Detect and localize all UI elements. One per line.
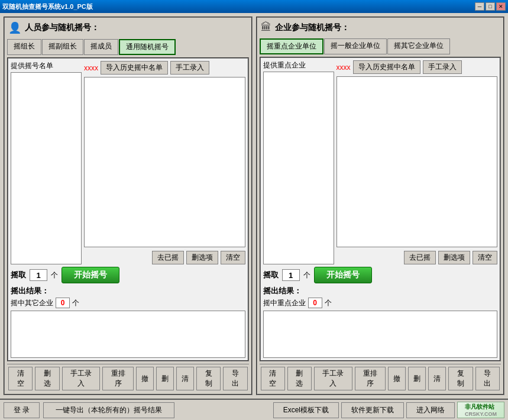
close-button[interactable]: ✕ (496, 2, 506, 11)
people-bottom-copy-btn[interactable]: 复制 (196, 367, 221, 390)
people-panel-title: 人员参与随机摇号： (25, 22, 99, 33)
enterprise-extract-label: 摇取 (263, 270, 279, 280)
excel-download-button[interactable]: Excel模板下载 (273, 402, 339, 418)
people-xxxx-label: xxxx (84, 64, 98, 72)
people-tabs: 摇组长 摇副组长 摇成员 通用随机摇号 (7, 39, 249, 55)
tab-key-enterprise[interactable]: 摇重点企业单位 (260, 38, 323, 54)
people-extract-label: 摇取 (11, 270, 26, 280)
enterprise-bottom-reorder-btn[interactable]: 重排序 (355, 367, 386, 390)
people-bottom-clear2-btn[interactable]: 清 (176, 367, 194, 390)
people-delete-selection-btn[interactable]: 删选项 (186, 251, 218, 264)
people-right-list[interactable] (84, 77, 245, 247)
enterprise-right-list[interactable] (336, 76, 498, 247)
tab-deputy-leader[interactable]: 摇副组长 (42, 39, 83, 55)
tab-general-enterprise[interactable]: 摇一般企业单位 (324, 38, 387, 54)
enterprise-controls-row: 摇取 个 开始摇号 (263, 267, 498, 283)
people-result-section: 摇出结果： 摇中其它企业 0 个 (11, 286, 245, 358)
people-import-history-btn[interactable]: 导入历史摇中名单 (101, 61, 168, 75)
people-result-label: 摇中其它企业 (11, 298, 53, 308)
footer-right: Excel模板下载 软件更新下载 进入网络 非凡软件站 CRSKY.COM (273, 402, 504, 418)
people-bottom-undo-btn[interactable]: 撤 (136, 367, 154, 390)
people-list-label: 提供摇号名单 (11, 61, 82, 71)
people-goto-shaken-btn[interactable]: 去已摇 (152, 251, 184, 264)
enterprise-result-title: 摇出结果： (263, 286, 302, 295)
people-panel: 👤 人员参与随机摇号： 摇组长 摇副组长 摇成员 通用随机摇号 提供摇号名单 (4, 17, 253, 395)
enterprise-right-section: xxxx 导入历史摇中名单 手工录入 去已摇 删选项 清空 (336, 60, 498, 264)
people-bottom-manual-btn[interactable]: 手工录入 (62, 367, 101, 390)
people-bottom-clear-btn[interactable]: 清空 (8, 367, 33, 390)
network-button[interactable]: 进入网络 (406, 402, 455, 418)
enterprise-xxxx-label: xxxx (336, 63, 351, 72)
people-bottom-filter-btn[interactable]: 删选 (35, 367, 59, 390)
enterprise-delete-selection-btn[interactable]: 删选项 (438, 251, 470, 264)
enterprise-bottom-export-btn[interactable]: 导出 (475, 367, 500, 390)
enterprise-bottom-delete-btn[interactable]: 删 (408, 367, 426, 390)
enterprise-result-section: 摇出结果： 摇中重点企业 0 个 (263, 286, 498, 358)
enterprise-bottom-clear2-btn[interactable]: 清 (428, 367, 446, 390)
people-right-top-row: xxxx 导入历史摇中名单 手工录入 (84, 61, 245, 75)
people-bottom-export-btn[interactable]: 导出 (223, 367, 247, 390)
people-left-section: 提供摇号名单 (11, 61, 82, 264)
enterprise-inner-top: 提供重点企业 xxxx 导入历史摇中名单 手工录入 去已摇 删选 (263, 60, 498, 264)
tab-general-random[interactable]: 通用随机摇号 (119, 39, 176, 55)
footer: 登 录 一键导出（本轮所有的）摇号结果 Excel模板下载 软件更新下载 进入网… (0, 399, 508, 420)
update-download-button[interactable]: 软件更新下载 (341, 402, 404, 418)
person-icon: 👤 (8, 21, 21, 34)
enterprise-extract-unit: 个 (303, 270, 310, 280)
enterprise-bottom-copy-btn[interactable]: 复制 (448, 367, 473, 390)
login-button[interactable]: 登 录 (4, 402, 40, 418)
maximize-button[interactable]: □ (486, 2, 495, 11)
enterprise-import-history-btn[interactable]: 导入历史摇中名单 (353, 60, 420, 74)
enterprise-bottom-manual-btn[interactable]: 手工录入 (314, 367, 352, 390)
enterprise-panel-title: 企业参与随机摇号： (275, 22, 350, 33)
logo-area: 非凡软件站 CRSKY.COM (457, 402, 504, 418)
tab-group-leader[interactable]: 摇组长 (7, 39, 41, 55)
enterprise-tabs: 摇重点企业单位 摇一般企业单位 摇其它企业单位 (260, 38, 501, 54)
enterprise-name-list[interactable] (263, 72, 334, 264)
people-name-list[interactable] (11, 72, 82, 264)
people-result-list[interactable] (11, 311, 245, 358)
enterprise-panel-header: 🏛 企业参与随机摇号： (260, 20, 501, 35)
building-icon: 🏛 (261, 21, 271, 34)
enterprise-extract-count[interactable] (282, 269, 300, 281)
enterprise-bottom-undo-btn[interactable]: 撤 (388, 367, 406, 390)
enterprise-result-count: 0 (308, 298, 322, 308)
logo-sub: CRSKY.COM (465, 411, 497, 417)
minimize-button[interactable]: ─ (475, 2, 484, 11)
enterprise-manual-entry-btn[interactable]: 手工录入 (423, 60, 462, 74)
people-bottom-toolbar: 清空 删选 手工录入 重排序 撤 删 清 复制 导出 (7, 364, 249, 392)
title-bar: 双随机抽查摇号系统v1.0_PC版 ─ □ ✕ (0, 0, 508, 13)
window-controls: ─ □ ✕ (475, 2, 506, 11)
people-bottom-reorder-btn[interactable]: 重排序 (102, 367, 134, 390)
people-right-section: xxxx 导入历史摇中名单 手工录入 去已摇 删选项 清空 (84, 61, 245, 264)
enterprise-bottom-clear-btn[interactable]: 清空 (261, 367, 285, 390)
people-extract-count[interactable] (30, 269, 47, 281)
enterprise-start-btn[interactable]: 开始摇号 (314, 267, 372, 283)
enterprise-right-top-row: xxxx 导入历史摇中名单 手工录入 (336, 60, 498, 74)
enterprise-action-row: 去已摇 删选项 清空 (336, 251, 498, 264)
export-all-button[interactable]: 一键导出（本轮所有的）摇号结果 (43, 402, 174, 418)
enterprise-list-label: 提供重点企业 (263, 60, 334, 70)
people-result-unit: 个 (72, 298, 79, 308)
enterprise-result-row: 摇中重点企业 0 个 (263, 298, 498, 308)
enterprise-clear-btn[interactable]: 清空 (473, 251, 497, 264)
people-clear-btn[interactable]: 清空 (221, 251, 245, 264)
logo-text: 非凡软件站 (465, 403, 497, 411)
enterprise-inner-panel: 提供重点企业 xxxx 导入历史摇中名单 手工录入 去已摇 删选 (260, 57, 501, 361)
people-inner-panel: 提供摇号名单 xxxx 导入历史摇中名单 手工录入 去已摇 删选 (7, 57, 249, 361)
people-extract-unit: 个 (51, 270, 58, 280)
people-start-btn[interactable]: 开始摇号 (62, 267, 119, 283)
people-inner-top: 提供摇号名单 xxxx 导入历史摇中名单 手工录入 去已摇 删选 (11, 61, 245, 264)
enterprise-bottom-filter-btn[interactable]: 删选 (287, 367, 312, 390)
people-panel-header: 👤 人员参与随机摇号： (7, 20, 249, 35)
people-result-title: 摇出结果： (11, 286, 49, 295)
people-result-count: 0 (56, 298, 70, 308)
tab-other-enterprise[interactable]: 摇其它企业单位 (387, 38, 450, 54)
tab-member[interactable]: 摇成员 (84, 39, 118, 55)
enterprise-goto-shaken-btn[interactable]: 去已摇 (404, 251, 436, 264)
enterprise-left-section: 提供重点企业 (263, 60, 334, 264)
enterprise-result-list[interactable] (263, 311, 498, 358)
enterprise-result-unit: 个 (325, 298, 332, 308)
people-manual-entry-btn[interactable]: 手工录入 (170, 61, 209, 75)
people-bottom-delete-btn[interactable]: 删 (156, 367, 174, 390)
